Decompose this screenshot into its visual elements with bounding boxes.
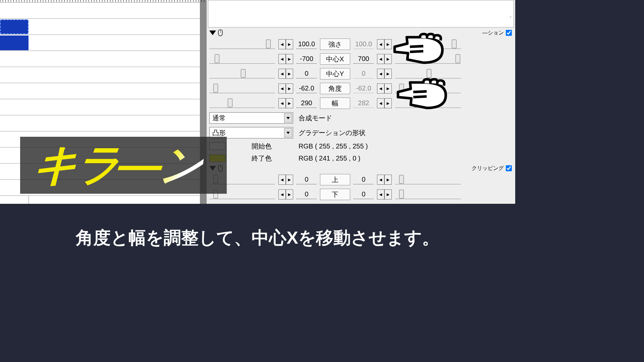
track-row[interactable] [0, 99, 200, 115]
param-row: ◄►0中心Y0◄► [207, 66, 515, 81]
value-right[interactable]: 700 [354, 54, 374, 64]
value-left[interactable]: -700 [297, 54, 317, 64]
checkbox-label: クリッピング [472, 165, 504, 172]
spin-right-icon[interactable]: ► [286, 83, 293, 94]
spin-left-icon[interactable]: ◄ [278, 54, 286, 64]
value-right[interactable]: 100.0 [354, 40, 374, 49]
value-right[interactable]: 0 [354, 190, 374, 199]
track-row[interactable] [0, 19, 200, 35]
timeline-ruler [0, 0, 200, 3]
spin-left-icon[interactable]: ◄ [278, 189, 286, 199]
svg-line-3 [413, 97, 427, 97]
timeline-clip[interactable] [0, 19, 29, 34]
svg-line-2 [413, 92, 427, 92]
spin-left-icon[interactable]: ◄ [278, 175, 286, 185]
param-label: 強さ [320, 39, 350, 50]
slider-right[interactable] [395, 178, 461, 184]
param-row: ◄►290幅282◄► [207, 96, 515, 111]
caption-text: 角度と幅を調整して、中心Xを移動させます。 [76, 226, 439, 250]
slider-left[interactable] [209, 57, 275, 64]
value-left[interactable]: 100.0 [297, 40, 317, 49]
value-right[interactable]: 282 [354, 99, 374, 108]
param-label: 中心Y [320, 68, 350, 79]
spin-right-icon[interactable]: ► [286, 98, 293, 108]
value-right[interactable]: 0 [354, 175, 374, 184]
spin-right-icon[interactable]: ► [286, 54, 293, 64]
spin-right-icon[interactable]: ► [286, 175, 293, 185]
dropdown-label: 合成モード [299, 114, 332, 123]
settings-panel: ⌄ —ション ◄►100.0強さ100.0◄►◄►-700中心X700◄►◄►0… [207, 0, 515, 204]
effect-text: キラ—ン [30, 136, 207, 195]
spin-right-icon[interactable]: ► [286, 189, 293, 199]
param-label: 中心X [320, 53, 350, 65]
section-enable-checkbox[interactable] [506, 30, 512, 36]
track-row[interactable] [0, 35, 200, 51]
track-row[interactable] [0, 115, 200, 131]
spin-right-icon[interactable]: ► [286, 39, 293, 49]
param-row: ◄►0下0◄► [207, 187, 515, 202]
slider-left[interactable] [209, 42, 275, 49]
spin-left-icon[interactable]: ◄ [278, 39, 286, 49]
svg-line-1 [410, 51, 423, 52]
slider-left[interactable] [209, 101, 275, 108]
dropdown-value: 凸形 [212, 128, 226, 137]
slider-left[interactable] [209, 72, 275, 78]
svg-line-0 [410, 46, 423, 47]
dropdown[interactable]: 通常 [209, 112, 293, 124]
spin-left-icon[interactable]: ◄ [278, 69, 286, 79]
collapse-icon[interactable] [209, 31, 216, 35]
spin-right-icon[interactable]: ► [286, 69, 293, 79]
track-row[interactable] [0, 3, 200, 19]
timeline-clip[interactable] [0, 36, 29, 50]
value-left[interactable]: -62.0 [297, 84, 317, 93]
slider-right[interactable] [395, 192, 461, 199]
pointing-hand-icon [388, 65, 452, 114]
dropdown-label: グラデーションの形状 [299, 128, 366, 137]
value-right[interactable]: 0 [354, 69, 374, 78]
section-enable-checkbox[interactable] [506, 165, 512, 171]
chevron-down-icon[interactable] [284, 113, 292, 123]
dropdown-value: 通常 [212, 114, 226, 123]
pointing-hand-icon [385, 20, 449, 68]
track-row[interactable] [0, 51, 200, 67]
slider-left[interactable] [209, 86, 275, 93]
checkbox-label: —ション [482, 29, 504, 37]
param-label: 下 [320, 189, 350, 200]
param-label: 上 [320, 174, 350, 185]
spin-right-icon[interactable]: ► [384, 175, 392, 185]
spin-left-icon[interactable]: ◄ [377, 98, 384, 108]
spin-left-icon[interactable]: ◄ [278, 83, 286, 94]
value-left[interactable]: 290 [297, 99, 317, 108]
mouse-icon [218, 29, 223, 36]
section-header-gradient[interactable]: —ション [207, 29, 515, 37]
spin-left-icon[interactable]: ◄ [377, 69, 384, 79]
value-left[interactable]: 0 [297, 190, 317, 199]
value-left[interactable]: 0 [297, 69, 317, 78]
value-left[interactable]: 0 [297, 175, 317, 184]
spin-left-icon[interactable]: ◄ [377, 54, 384, 64]
color-label: 開始色 [228, 142, 295, 151]
param-label: 幅 [320, 98, 350, 109]
param-row: ◄►100.0強さ100.0◄► [207, 37, 515, 52]
spin-left-icon[interactable]: ◄ [377, 175, 384, 185]
param-row: ◄►-62.0角度-62.0◄► [207, 81, 515, 96]
track-row[interactable] [0, 67, 200, 83]
spin-left-icon[interactable]: ◄ [377, 189, 384, 199]
preview-area: ⌄ [208, 0, 514, 27]
section-header-clipping[interactable]: クリッピング [207, 164, 515, 172]
spin-left-icon[interactable]: ◄ [278, 98, 286, 108]
chevron-down-icon[interactable] [284, 128, 292, 137]
spin-right-icon[interactable]: ► [384, 189, 392, 199]
param-label: 角度 [320, 83, 350, 94]
track-row[interactable] [0, 83, 200, 99]
spin-left-icon[interactable]: ◄ [377, 39, 384, 49]
value-right[interactable]: -62.0 [354, 84, 374, 93]
color-label: 終了色 [228, 154, 295, 163]
effect-preview-overlay: キラ—ン [20, 137, 227, 194]
color-value: RGB ( 255 , 255 , 255 ) [299, 142, 368, 150]
spin-left-icon[interactable]: ◄ [377, 83, 384, 94]
scroll-indicator-icon: ⌄ [509, 14, 513, 18]
caption-bar: 角度と幅を調整して、中心Xを移動させます。 [0, 204, 515, 272]
param-row: ◄►0上0◄► [207, 172, 515, 187]
param-row: ◄►-700中心X700◄► [207, 52, 515, 66]
